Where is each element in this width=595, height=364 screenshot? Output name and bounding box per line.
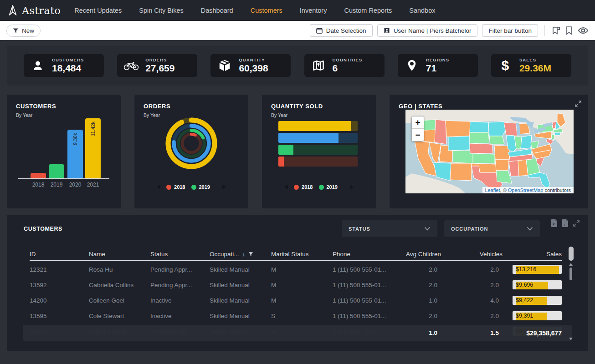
dollar-icon: $ <box>497 59 513 72</box>
filter-bar-label: Filter bar button <box>488 27 532 34</box>
col-header-sales[interactable]: Sales <box>503 251 562 258</box>
legend-item-2018[interactable]: 2018 <box>294 184 313 190</box>
grid-scrollbar-thumb[interactable] <box>569 268 572 280</box>
user-badge-icon <box>384 27 390 34</box>
expand-icon[interactable] <box>574 100 582 107</box>
brand-logo[interactable]: Astrato <box>7 5 61 16</box>
svg-text:x: x <box>553 222 555 226</box>
col-header-status[interactable]: Status <box>150 251 210 258</box>
leaflet-link[interactable]: Leaflet <box>485 187 500 193</box>
column-funnel-icon[interactable] <box>248 252 253 257</box>
legend-dot <box>294 185 299 190</box>
col-header-vehicles[interactable]: Vehicles <box>441 251 503 258</box>
us-states-map[interactable]: + − Leaflet, © OpenStreetMap contributor… <box>405 110 574 193</box>
donut-chart[interactable] <box>164 116 219 171</box>
date-selection-label: Date Selection <box>326 27 366 34</box>
kpi-value: 60,398 <box>239 63 268 74</box>
kpi-label: COUNTRIES <box>333 57 363 62</box>
astrato-logo-icon <box>7 5 18 16</box>
table-title: CUSTOMERS <box>24 226 62 232</box>
hbar-2018[interactable] <box>278 157 358 167</box>
quantity-sold-chart: QUANTITY SOLD By Year 2018 <box>262 95 376 208</box>
col-header-phone[interactable]: Phone <box>333 251 396 258</box>
calendar-icon <box>316 27 323 34</box>
kpi-value: 27,659 <box>145 63 174 74</box>
bicycle-icon <box>123 60 139 71</box>
occupation-filter-dropdown[interactable]: OCCUPATION <box>444 220 540 237</box>
table-row[interactable]: 13595 Cole Stewart Inactive Skilled Manu… <box>30 308 562 324</box>
bar-2021[interactable]: 11.42k <box>85 118 101 178</box>
table-actions: x , <box>551 219 580 227</box>
date-selection-button[interactable]: Date Selection <box>310 24 373 37</box>
legend-prev-icon[interactable] <box>284 185 288 189</box>
panel-scrollbar-thumb[interactable] <box>569 247 574 261</box>
filter-bar-button[interactable]: Filter bar button <box>482 24 538 37</box>
hbar-2021[interactable] <box>278 121 358 131</box>
status-filter-dropdown[interactable]: STATUS <box>342 220 437 237</box>
legend-dot <box>319 185 324 190</box>
legend-prev-icon[interactable] <box>157 185 160 189</box>
legend-item-2019[interactable]: 2019 <box>191 184 210 190</box>
kpi-value: 6 <box>333 63 363 74</box>
new-filter-button[interactable]: New <box>6 25 41 37</box>
grid-scrollbar[interactable] <box>569 263 573 340</box>
table-row[interactable]: 14200 Colleen Goel Inactive Skilled Manu… <box>30 293 562 308</box>
bar-2018[interactable] <box>31 173 46 178</box>
bar-2020[interactable]: 9.30k <box>67 130 83 178</box>
legend-item-2019[interactable]: 2019 <box>319 184 338 190</box>
user-name-label: User Name | Piers Batchelor <box>394 27 472 34</box>
bar-2019[interactable] <box>49 164 64 178</box>
us-map-svg <box>405 110 574 193</box>
nav-item-recent-updates[interactable]: Recent Updates <box>74 7 122 14</box>
zoom-out-button[interactable]: − <box>412 129 424 141</box>
kpi-orders: ORDERS 27,659 <box>117 54 197 77</box>
legend-next-icon[interactable] <box>222 185 226 189</box>
legend-dot <box>166 185 171 190</box>
kpi-countries: COUNTRIES 6 <box>304 54 385 77</box>
nav-item-spin-city-bikes[interactable]: Spin City Bikes <box>139 7 184 14</box>
col-header-name[interactable]: Name <box>89 251 150 258</box>
toolbar-divider <box>544 25 545 36</box>
bar-data-label: 9.30k <box>72 133 78 145</box>
bar-data-label: 11.42k <box>90 121 96 136</box>
col-header-avg-children[interactable]: Avg Children <box>396 251 441 258</box>
sales-bar-cell: $9,391 <box>503 311 562 320</box>
scroll-down-icon[interactable] <box>569 338 573 340</box>
legend-item-2018[interactable]: 2018 <box>166 184 185 190</box>
nav-item-custom-reports[interactable]: Custom Reports <box>344 7 392 14</box>
bookmark-add-icon[interactable] <box>551 26 560 35</box>
hbar-2019[interactable] <box>278 145 358 155</box>
table-row[interactable]: 12321 Rosa Hu Pending Appr... Skilled Ma… <box>30 262 562 277</box>
col-header-occupation[interactable]: Occupati... ↓ <box>210 251 271 258</box>
user-name-button[interactable]: User Name | Piers Batchelor <box>377 24 478 37</box>
nav-item-sandbox[interactable]: Sandbox <box>409 7 435 14</box>
x-tick-2021: 2021 <box>84 182 102 188</box>
kpi-label: CUSTOMERS <box>52 57 84 62</box>
zoom-in-button[interactable]: + <box>412 116 424 129</box>
export-excel-icon[interactable]: x <box>551 219 558 227</box>
totals-vehicles: 1.5 <box>441 329 503 336</box>
scroll-up-icon[interactable] <box>569 263 573 266</box>
brand-name: Astrato <box>22 5 61 16</box>
col-header-id[interactable]: ID <box>30 251 89 258</box>
geo-states-panel: GEO | STATES <box>390 95 588 208</box>
col-header-marital-status[interactable]: Marital Status <box>271 251 333 258</box>
openstreetmap-link[interactable]: OpenStreetMap <box>508 187 544 193</box>
expand-icon[interactable] <box>573 220 580 227</box>
nav-item-dashboard[interactable]: Dashboard <box>201 7 233 14</box>
bookmark-icon[interactable] <box>565 26 573 35</box>
sales-bar-cell: $9,696 <box>503 280 562 289</box>
kpi-sales: $ SALES 29.36M <box>491 54 571 77</box>
nav-item-customers[interactable]: Customers <box>251 7 282 14</box>
legend-next-icon[interactable] <box>350 185 354 189</box>
eye-icon[interactable] <box>578 26 589 35</box>
chart-title: QUANTITY SOLD <box>271 103 367 110</box>
export-csv-icon[interactable]: , <box>562 219 569 227</box>
hbar-2020[interactable] <box>278 133 358 143</box>
sort-desc-icon[interactable]: ↓ <box>242 251 246 258</box>
nav-item-inventory[interactable]: Inventory <box>300 7 327 14</box>
customers-table-panel: CUSTOMERS STATUS OCCUPATION x , <box>7 215 588 351</box>
chart-title: ORDERS <box>144 103 239 110</box>
table-row[interactable]: 13592 Gabriella Collins Pending Appr... … <box>30 277 562 293</box>
bar-plot: 9.30k 11.42k 2018 2019 2020 2021 <box>7 95 121 208</box>
